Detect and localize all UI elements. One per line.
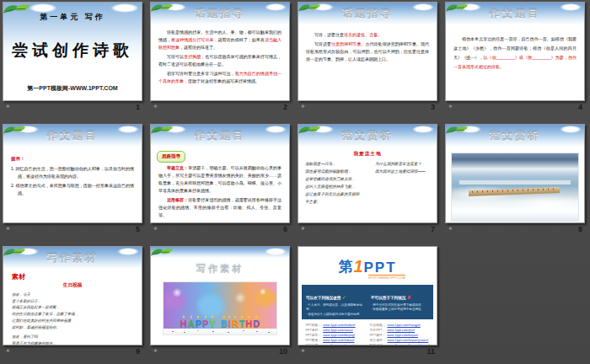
slide-thumbnail-6[interactable]: 作文题目 思路指导 审题立意：审清题干，明确主题。可以从最易触动你心灵的事物入手… xyxy=(150,124,290,223)
slide-header-sky: 作文题目 xyxy=(446,3,584,24)
slide-thumbnail-1[interactable]: 第一单元 写作 尝试创作诗歌 第一PPT模板网-WWW.1PPT.COM xyxy=(3,2,142,101)
candle-letter: H xyxy=(245,315,252,329)
link-label: PPT素材： xyxy=(305,328,321,332)
sprinkles xyxy=(172,331,174,333)
link-url[interactable]: www.1ppt.com/sucai/ xyxy=(323,329,353,332)
slide-number: 3 xyxy=(431,103,435,111)
thumbnail-grid: 第一单元 写作 尝试创作诗歌 第一PPT模板网-WWW.1PPT.COM ✦ 1… xyxy=(0,2,590,364)
photo-dam-layer xyxy=(469,187,560,196)
text-segment: 就有诗的模样了；如果再 xyxy=(218,37,265,42)
transition-star-icon[interactable]: ✦ xyxy=(300,104,306,110)
slide-thumbnail-3[interactable]: 话题指导 写诗，还要注意语言的凝练、含蓄。 写诗还要注意韵律和节奏。古代诗歌很讲… xyxy=(298,2,437,101)
slide-body: 素材 生日祝福 朋友，今天 是个多彩的日子， 祝福正从四处赶来一起相聚， 你的生… xyxy=(3,272,142,345)
link-label: 语文课件： xyxy=(370,338,386,342)
text-segment: ，借助于对这些形象的描写来抒发情感。 xyxy=(184,78,260,83)
text-segment: 写诗可以 xyxy=(167,54,184,59)
link-label: PPT图表： xyxy=(305,338,321,342)
candle-letter: Y xyxy=(209,315,215,329)
slide-number: 7 xyxy=(431,225,435,233)
logo-text: 1 xyxy=(353,257,362,276)
link-row: PPT背景：www.1ppt.com/beijing/ xyxy=(305,333,361,337)
poem-stanza: 朋友，今天 是个多彩的日子， 祝福正从四处赶来一起相聚， 你的生日烛光点燃了欢乐… xyxy=(12,292,133,330)
text-segment: 不可以用于下列情况 xyxy=(371,296,405,300)
slide-title: 话题指导 xyxy=(298,3,437,21)
link-row: 语文课件：www.1ppt.com/kejian/yuwen/ xyxy=(370,338,430,342)
slide-cell-11: 第 1 PPT HTTP://WWW.1PPT.COM 可以在下列情况使用 ✔ … xyxy=(295,246,442,364)
slide-cell-2: 话题指导 诗歌是情感的抒发。生活中的人、事、物，都可以触发我们的情感，将这种情感… xyxy=(148,2,295,124)
poem-stanza: 朋友，看到了吗 那是正在为你燃烧的烛光， 它为你送来快乐和温馨的祝福。 朋友，听… xyxy=(12,334,133,345)
letter-glyph: A xyxy=(188,319,195,329)
slide-header-sky: 写作素材 xyxy=(3,247,142,269)
link-url[interactable]: www.1ppt.com/moban/ xyxy=(323,324,355,327)
transition-star-icon[interactable]: ✦ xyxy=(300,348,306,355)
presentation-title: 尝试创作诗歌 xyxy=(11,40,133,62)
license-denied-items: · 用于任何形式的在线付费下载或传播。 · 将模板重新上传分享或用于商业用途。 xyxy=(371,303,429,313)
link-row: 行业模板：www.1ppt.com/hangye/ xyxy=(370,323,430,327)
slide-title: 话题指导 xyxy=(151,3,289,21)
slide-body: 思路指导 审题立意：审清题干，明确主题。可以从最易触动你心灵的事物入手，所写主题… xyxy=(151,147,289,222)
slide-meta: ✦ 2 xyxy=(150,101,290,112)
link-row: PPT课件：www.1ppt.com/kejian/ xyxy=(370,333,430,337)
transition-star-icon[interactable]: ✦ xyxy=(5,226,11,233)
logo-text: PPT xyxy=(364,260,397,276)
link-url[interactable]: www.1ppt.com/beijing/ xyxy=(323,334,355,337)
link-row: PPT素材：www.1ppt.com/sucai/ xyxy=(305,328,361,332)
transition-star-icon[interactable]: ✦ xyxy=(153,226,158,233)
link-url[interactable]: www.1ppt.com/jieri/ xyxy=(387,329,415,332)
link-url[interactable]: www.1ppt.com/tubiao/ xyxy=(323,339,354,342)
slide-number: 1 xyxy=(136,103,140,111)
slide-header-sky: 作文题目 xyxy=(3,125,142,147)
license-denied-title: 不可以用于下列情况 ✘ xyxy=(371,296,411,300)
letter-glyph: R xyxy=(232,319,239,329)
slide-thumbnail-8[interactable]: 范文赏析 xyxy=(445,124,585,223)
transition-star-icon[interactable]: ✦ xyxy=(448,104,453,110)
slide-thumbnail-9[interactable]: 写作素材 素材 生日祝福 朋友，今天 是个多彩的日子， 祝福正从四处赶来一起相聚… xyxy=(3,246,142,345)
tip-badge: 思路指导 xyxy=(157,151,185,163)
text-segment: 直抒胸臆 xyxy=(184,54,201,59)
candle-letter: I xyxy=(228,315,231,329)
transition-star-icon[interactable]: ✦ xyxy=(300,226,306,233)
text-segment: 初学写诗时要注意多学习这种写法， xyxy=(167,71,235,76)
transition-star-icon[interactable]: ✦ xyxy=(153,348,158,355)
slide-thumbnail-11[interactable]: 第 1 PPT HTTP://WWW.1PPT.COM 可以在下列情况使用 ✔ … xyxy=(298,246,437,345)
transition-star-icon[interactable]: ✦ xyxy=(5,104,11,110)
link-url[interactable]: www.1ppt.com/kejian/ xyxy=(387,334,418,337)
photo-frosting-layer xyxy=(164,329,276,335)
slide-number: 2 xyxy=(283,103,287,111)
letter-glyph: H xyxy=(180,319,187,329)
unit-header: 第一单元 写作 xyxy=(40,12,105,23)
slide-cell-4: 作文题目 模仿本单元学过的任意一首诗，自己仿作一首。如模仿《我爱这土地》《乡愁》… xyxy=(442,2,590,124)
license-allowed-title: 可以在下列情况使用 ✔ xyxy=(306,296,346,300)
slide-thumbnail-5[interactable]: 作文题目 提示： 1. 回忆自己的生活，想一想那些触动你的人和事，以及你当时的情… xyxy=(3,124,142,223)
link-url[interactable]: www.1ppt.com/kejian/shuxue/ xyxy=(388,344,430,345)
link-url[interactable]: www.1ppt.com/kejian/yuwen/ xyxy=(388,339,429,342)
link-row: PPT下载：www.1ppt.com/xiazai/ xyxy=(305,343,361,345)
leaves-icon xyxy=(3,3,34,17)
slide-sorter-view: 第一单元 写作 尝试创作诗歌 第一PPT模板网-WWW.1PPT.COM ✦ 1… xyxy=(0,0,590,364)
slide-thumbnail-7[interactable]: 范文赏析 我爱这土地 假如我是一只鸟， 我也要用清脆的喉咙歌唱： 这举世瞩目雄伟… xyxy=(298,124,437,223)
slide-header-sky: 范文赏析 xyxy=(298,125,437,147)
birthday-candles-photo: H A P P Y B I R T H D xyxy=(163,281,277,335)
transition-star-icon[interactable]: ✦ xyxy=(5,348,11,355)
slide-cell-7: 范文赏析 我爱这土地 假如我是一只鸟， 我也要用清脆的喉咙歌唱： 这举世瞩目雄伟… xyxy=(295,124,442,246)
slide-meta: ✦ 4 xyxy=(445,101,585,112)
logo-url: HTTP://WWW.1PPT.COM xyxy=(368,275,405,280)
slide-thumbnail-10[interactable]: 写作素材 H A P P Y B I R T H D xyxy=(150,246,290,345)
cloud-icon xyxy=(265,248,287,255)
slide-number: 11 xyxy=(426,347,435,356)
link-label: PPT课件： xyxy=(370,333,386,337)
slide-thumbnail-4[interactable]: 作文题目 模仿本单元学过的任意一首诗，自己仿作一首。如模仿《我爱这土地》《乡愁》… xyxy=(445,2,585,101)
slide-thumbnail-2[interactable]: 话题指导 诗歌是情感的抒发。生活中的人、事、物，都可以触发我们的情感，将这种情感… xyxy=(150,2,290,101)
slide-number: 10 xyxy=(279,347,287,356)
slide-meta: ✦ 6 xyxy=(150,223,290,234)
slide-body: 提示： 1. 回忆自己的生活，想一想那些触动你的人和事，以及你当时的情感，将这些… xyxy=(3,147,142,201)
paragraph: 运用修辞：诗歌要抒发强烈的感情，就需要试用各种修辞手法强化诗歌的感情。常用的修辞… xyxy=(158,196,282,219)
text-segment: 写诗还要 xyxy=(314,41,331,46)
transition-star-icon[interactable]: ✦ xyxy=(153,104,158,110)
link-url[interactable]: www.1ppt.com/hangye/ xyxy=(388,324,421,327)
links-column-right: 行业模板：www.1ppt.com/hangye/ 节日PPT：www.1ppt… xyxy=(370,323,430,345)
link-url[interactable]: www.1ppt.com/xiazai/ xyxy=(323,344,354,345)
poem-left-column: 假如我是一只鸟， 我也要用清脆的喉咙歌唱： 这举世瞩目雄伟的三峡大坝， 这叫人无… xyxy=(305,161,375,206)
transition-star-icon[interactable]: ✦ xyxy=(448,226,453,233)
slide-body: 模仿本单元学过的任意一首诗，自己仿作一首。如模仿《我爱这土地》《乡愁》，仿作一首… xyxy=(446,24,584,75)
